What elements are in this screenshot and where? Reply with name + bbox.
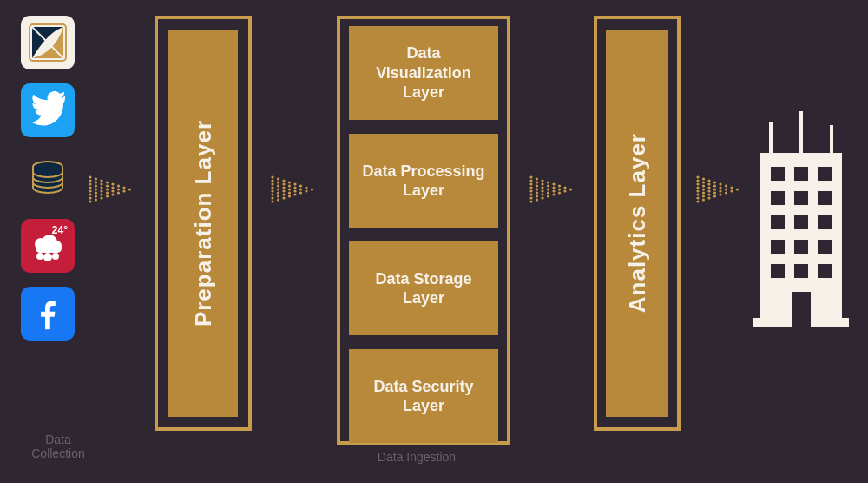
svg-point-23 [95,198,97,201]
svg-point-88 [529,200,532,202]
svg-rect-156 [799,111,803,153]
preparation-layer-box: Preparation Layer [168,30,238,417]
svg-point-17 [95,177,97,180]
svg-point-78 [305,186,307,189]
svg-point-48 [271,186,273,189]
analytics-layer-box: Analytics Layer [606,30,668,417]
svg-point-10 [89,179,91,182]
svg-point-24 [100,179,102,182]
svg-point-86 [529,193,532,195]
svg-point-118 [696,179,699,182]
svg-point-121 [696,189,699,192]
svg-point-132 [707,179,710,182]
svg-point-138 [713,181,716,183]
svg-rect-164 [771,215,785,229]
svg-point-101 [541,196,543,199]
svg-point-122 [696,193,699,195]
svg-point-56 [277,188,279,190]
svg-point-113 [558,191,561,194]
svg-point-26 [100,186,102,189]
svg-point-20 [95,188,97,190]
svg-point-82 [529,179,532,182]
svg-point-92 [536,188,538,190]
svg-rect-167 [771,240,785,254]
svg-point-98 [541,186,543,189]
svg-point-115 [563,189,566,192]
flow-arrow-icon [528,170,578,208]
svg-point-77 [299,191,302,194]
svg-point-29 [100,196,102,199]
svg-rect-173 [792,292,811,327]
svg-point-128 [702,188,705,190]
svg-point-34 [106,195,108,197]
svg-point-69 [288,191,291,194]
svg-point-44 [128,188,131,190]
svg-point-90 [536,181,538,183]
svg-rect-163 [818,191,832,205]
svg-point-38 [111,193,114,195]
svg-point-83 [529,182,532,185]
svg-point-54 [277,181,279,183]
svg-rect-158 [771,167,785,181]
svg-point-95 [536,198,538,201]
svg-point-33 [106,191,108,194]
svg-point-99 [541,189,543,192]
svg-point-120 [696,186,699,189]
custom-logo-icon [21,16,75,69]
svg-point-76 [299,188,302,190]
svg-point-142 [713,195,716,197]
svg-point-79 [305,189,307,192]
svg-point-65 [282,196,285,199]
svg-point-53 [277,177,279,180]
svg-rect-166 [818,215,832,229]
svg-point-108 [552,186,555,189]
svg-point-57 [277,191,279,194]
analytics-layer-label: Analytics Layer [624,133,651,313]
svg-point-49 [271,189,273,192]
svg-point-47 [271,182,273,185]
ingestion-box-storage: Data Storage Layer [349,242,498,335]
svg-rect-165 [794,215,808,229]
svg-point-16 [89,200,91,202]
svg-point-63 [282,189,285,192]
svg-point-46 [271,179,273,182]
svg-point-22 [95,195,97,197]
svg-point-103 [547,184,549,187]
svg-point-119 [696,182,699,185]
svg-point-58 [277,195,279,197]
svg-point-66 [288,181,291,183]
svg-point-37 [111,189,114,192]
svg-point-31 [106,184,108,187]
svg-point-117 [696,175,699,178]
svg-point-51 [271,196,273,199]
svg-point-89 [536,177,538,180]
svg-point-45 [271,175,273,178]
svg-point-150 [730,186,733,189]
svg-point-59 [277,198,279,201]
svg-point-7 [43,253,52,261]
weather-temp: 24° [52,224,68,236]
svg-point-127 [702,184,705,187]
svg-point-141 [713,191,716,194]
svg-point-55 [277,184,279,187]
svg-point-70 [288,195,291,197]
svg-point-93 [536,191,538,194]
svg-point-11 [89,182,91,185]
svg-point-13 [89,189,91,192]
svg-point-145 [719,189,721,192]
svg-point-110 [552,193,555,195]
preparation-layer-label: Preparation Layer [190,120,217,327]
svg-point-140 [713,188,716,190]
svg-point-60 [282,179,285,182]
svg-point-137 [707,196,710,199]
svg-point-147 [725,184,727,187]
svg-point-12 [89,186,91,189]
svg-rect-171 [794,264,808,278]
facebook-icon [21,287,75,341]
svg-point-129 [702,191,705,194]
ingestion-box-processing: Data Processing Layer [349,134,498,228]
svg-point-130 [702,195,705,197]
svg-point-106 [547,195,549,197]
svg-point-68 [288,188,291,190]
svg-point-14 [89,193,91,195]
